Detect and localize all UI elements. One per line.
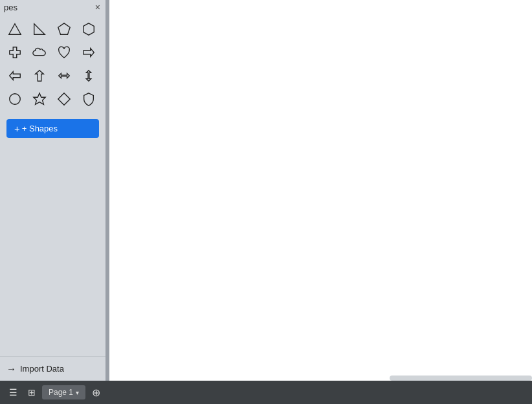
import-data-button[interactable]: → Import Data: [0, 356, 105, 381]
add-page-icon: ⊕: [92, 387, 100, 399]
page-label: Page 1: [49, 388, 73, 397]
bottom-toolbar: ☰ ⊞ Page 1 ▾ ⊕: [0, 381, 532, 404]
import-icon: →: [6, 363, 16, 374]
shape-circle[interactable]: [4, 88, 26, 110]
import-data-label: Import Data: [20, 364, 64, 374]
svg-marker-6: [58, 93, 70, 105]
shape-arrow-up[interactable]: [28, 65, 50, 87]
shapes-grid: [0, 14, 105, 114]
list-view-button[interactable]: ☰: [5, 385, 21, 400]
svg-point-4: [10, 94, 21, 105]
shape-cloud[interactable]: [28, 41, 50, 63]
close-button[interactable]: ×: [94, 3, 102, 12]
shape-arrow-left[interactable]: [4, 65, 26, 87]
shape-hexagon[interactable]: [78, 18, 100, 40]
shape-pentagon[interactable]: [53, 18, 75, 40]
svg-marker-1: [34, 24, 45, 35]
grid-view-button[interactable]: ⊞: [24, 385, 39, 400]
canvas-area[interactable]: [109, 0, 532, 381]
grid-icon: ⊞: [28, 387, 36, 398]
shape-triangle[interactable]: [4, 18, 26, 40]
chevron-down-icon: ▾: [76, 389, 79, 396]
shape-arrow-both-h[interactable]: [53, 65, 75, 87]
page-1-tab[interactable]: Page 1 ▾: [42, 385, 85, 399]
add-shapes-button[interactable]: + + Shapes: [6, 119, 99, 138]
svg-marker-2: [58, 23, 70, 34]
shape-heart[interactable]: [53, 41, 75, 63]
panel-title: pes: [4, 3, 17, 12]
shapes-panel: pes ×: [0, 0, 105, 381]
add-page-button[interactable]: ⊕: [88, 384, 104, 401]
shape-diamond[interactable]: [53, 88, 75, 110]
svg-marker-5: [34, 93, 45, 104]
shape-arrow-right[interactable]: [78, 41, 100, 63]
list-icon: ☰: [9, 387, 17, 398]
shape-shield[interactable]: [78, 88, 100, 110]
svg-marker-0: [9, 24, 21, 35]
canvas-scrollbar[interactable]: [390, 376, 532, 381]
add-shapes-label: + Shapes: [22, 124, 58, 133]
sidebar-spacer: [0, 143, 105, 356]
shape-arrow-both-v[interactable]: [78, 65, 100, 87]
shape-right-triangle[interactable]: [28, 18, 50, 40]
plus-icon: +: [14, 123, 20, 134]
shape-cross[interactable]: [4, 41, 26, 63]
shape-star[interactable]: [28, 88, 50, 110]
panel-header: pes ×: [0, 0, 105, 14]
svg-marker-3: [83, 23, 94, 35]
